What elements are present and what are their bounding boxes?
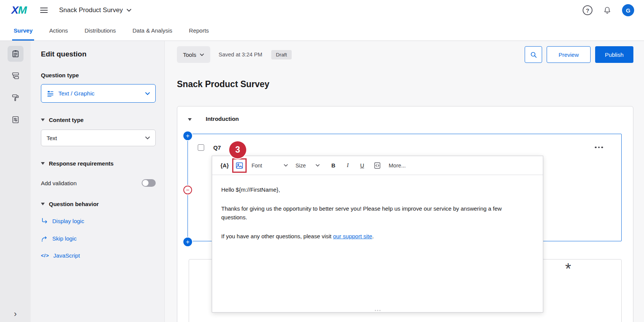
- insert-image-button[interactable]: [234, 160, 245, 171]
- hamburger-menu-button[interactable]: [38, 5, 50, 16]
- add-validation-label: Add validation: [41, 180, 77, 186]
- response-requirements-section-header[interactable]: Response requirements: [41, 160, 156, 167]
- code-icon: </>: [41, 253, 49, 258]
- size-select[interactable]: Size: [295, 163, 320, 169]
- rail-look-feel-button[interactable]: [8, 90, 23, 106]
- tab-data-analysis[interactable]: Data & Analysis: [133, 20, 172, 41]
- bell-icon: [603, 6, 611, 14]
- rail-survey-options-button[interactable]: [8, 112, 23, 128]
- skip-logic-link[interactable]: Skip logic: [41, 235, 156, 242]
- tab-survey[interactable]: Survey: [14, 20, 33, 41]
- rich-text-toolbar: {A} Font Size B: [212, 156, 543, 175]
- chevron-down-icon: [200, 53, 204, 56]
- content-type-label: Content type: [49, 117, 84, 123]
- xm-logo-m: M: [18, 4, 27, 16]
- publish-button[interactable]: Publish: [595, 46, 633, 63]
- survey-editor-main: Tools Saved at 3:24 PM Draft Preview Pub…: [165, 41, 644, 322]
- collapse-panel-button[interactable]: ›: [0, 310, 31, 318]
- rich-text-editor: {A} Font Size B: [212, 156, 543, 313]
- question-behavior-label: Question behavior: [49, 201, 99, 207]
- survey-title-menu[interactable]: Snack Product Survey: [59, 6, 131, 14]
- image-icon: [235, 161, 244, 170]
- rich-text-content[interactable]: Hello ${m://FirstName}, Thanks for givin…: [212, 175, 543, 261]
- content-type-value: Text: [47, 135, 57, 141]
- question-behavior-section-header[interactable]: Question behavior: [41, 201, 156, 207]
- content-type-select[interactable]: Text: [41, 130, 156, 146]
- support-site-link[interactable]: our support site: [333, 233, 372, 239]
- add-validation-row: Add validation: [41, 179, 156, 187]
- paragraph-text: If you have any other questions, please …: [221, 233, 333, 239]
- question-type-select[interactable]: Text / Graphic: [41, 84, 156, 103]
- tab-distributions[interactable]: Distributions: [84, 20, 116, 41]
- source-code-button[interactable]: [372, 162, 383, 169]
- underline-button[interactable]: U: [358, 163, 367, 169]
- introduction-block-card: Introduction Q7 + − + {A}: [177, 106, 633, 322]
- page-title: Snack Product Survey: [177, 79, 269, 89]
- notifications-button[interactable]: [601, 4, 614, 17]
- italic-button[interactable]: I: [343, 162, 352, 169]
- primary-nav: Survey Actions Distributions Data & Anal…: [0, 20, 644, 41]
- skip-logic-label: Skip logic: [52, 235, 77, 242]
- remove-question-button[interactable]: −: [183, 186, 192, 194]
- display-logic-label: Display logic: [52, 218, 84, 224]
- skip-arrow-icon: [41, 235, 48, 242]
- paragraph-text: .: [372, 233, 374, 239]
- tools-menu-button[interactable]: Tools: [177, 46, 210, 63]
- more-options-button[interactable]: More...: [389, 163, 406, 169]
- search-button[interactable]: [525, 46, 542, 63]
- javascript-link[interactable]: </> JavaScript: [41, 252, 156, 259]
- topbar: XM Snack Product Survey ? G: [0, 0, 644, 20]
- rail-survey-flow-button[interactable]: [8, 68, 23, 84]
- help-button[interactable]: ?: [583, 5, 592, 15]
- tools-label: Tools: [183, 52, 196, 58]
- flow-blocks-icon: [11, 72, 20, 80]
- clipboard-icon: [11, 50, 20, 58]
- font-select[interactable]: Font: [252, 163, 288, 169]
- question-menu-button[interactable]: [592, 143, 605, 152]
- qualtrics-survey-editor: XM Snack Product Survey ? G Survey Actio…: [0, 0, 644, 322]
- survey-title: Snack Product Survey: [59, 6, 123, 14]
- display-logic-link[interactable]: Display logic: [41, 217, 156, 225]
- xm-logo[interactable]: XM: [11, 4, 27, 16]
- tab-actions[interactable]: Actions: [49, 20, 68, 41]
- block-title: Introduction: [206, 116, 239, 122]
- font-select-label: Font: [252, 163, 262, 169]
- editor-toolbar: Tools Saved at 3:24 PM Draft Preview Pub…: [177, 46, 633, 63]
- search-icon: [530, 51, 537, 58]
- piped-text-button[interactable]: {A}: [219, 163, 230, 169]
- add-question-below-button[interactable]: +: [183, 238, 192, 246]
- rte-resize-handle[interactable]: [375, 310, 380, 311]
- required-asterisk: *: [565, 260, 571, 277]
- settings-sliders-icon: [11, 116, 20, 124]
- annotation-step-number: 3: [229, 141, 246, 158]
- editor-paragraph: If you have any other questions, please …: [221, 232, 521, 241]
- left-icon-rail: ›: [0, 41, 31, 322]
- xm-logo-x: X: [11, 4, 18, 16]
- toggle-knob: [142, 180, 148, 186]
- text-graphic-icon: [47, 90, 54, 97]
- bold-button[interactable]: B: [329, 163, 338, 169]
- dot: [598, 147, 600, 148]
- source-code-icon: [374, 162, 381, 169]
- content-type-section-header[interactable]: Content type: [41, 117, 156, 123]
- size-select-label: Size: [295, 163, 306, 169]
- caret-down-icon: [41, 162, 45, 165]
- editor-paragraph: Hello ${m://FirstName},: [221, 185, 521, 194]
- avatar[interactable]: G: [622, 4, 634, 16]
- dot: [595, 147, 597, 148]
- rail-survey-builder-button[interactable]: [8, 46, 23, 62]
- chevron-down-icon: [284, 164, 288, 167]
- chevron-down-icon: [316, 164, 320, 167]
- editor-paragraph: Thanks for giving us the opportunity to …: [221, 204, 521, 222]
- question-checkbox[interactable]: [198, 144, 204, 151]
- block-collapse-caret[interactable]: [188, 118, 192, 121]
- preview-button[interactable]: Preview: [547, 46, 590, 63]
- chevron-down-icon: [127, 9, 131, 12]
- tab-reports[interactable]: Reports: [189, 20, 209, 41]
- add-question-above-button[interactable]: +: [183, 131, 192, 140]
- response-requirements-label: Response requirements: [49, 160, 114, 167]
- add-validation-toggle[interactable]: [142, 179, 156, 187]
- javascript-label: JavaScript: [53, 252, 80, 259]
- question-id: Q7: [213, 144, 221, 151]
- paint-roller-icon: [11, 94, 20, 102]
